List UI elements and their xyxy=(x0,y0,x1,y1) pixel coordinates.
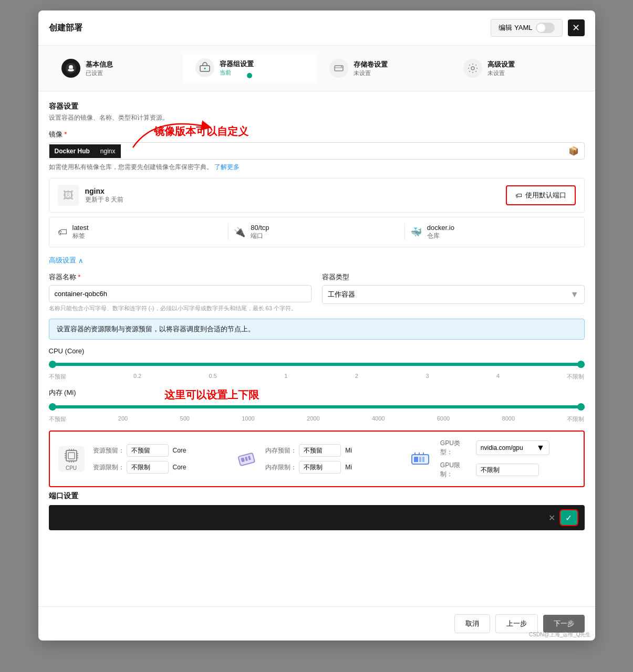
cpu-limit-label: 资源限制： xyxy=(93,463,122,472)
resource-box: CPU 资源预留： Core 资源限制： Core xyxy=(49,430,585,487)
step-advanced-icon xyxy=(463,59,482,78)
yaml-button[interactable]: 编辑 YAML xyxy=(491,19,562,37)
step-active-dot xyxy=(247,73,252,78)
use-default-port-button[interactable]: 🏷 使用默认端口 xyxy=(506,185,576,205)
steps-bar: 基本信息 已设置 容器组设置 当前 存储卷设置 xyxy=(38,46,595,91)
port-confirm-button[interactable]: ✓ xyxy=(561,510,577,525)
svg-point-5 xyxy=(341,66,342,67)
chevron-up-icon: ∧ xyxy=(78,257,84,265)
modal-header: 创建部署 编辑 YAML ✕ xyxy=(38,10,595,46)
memory-slider-marks: 不预留 200 500 1000 2000 4000 6000 8000 不限制 xyxy=(49,415,585,423)
gpu-type-select[interactable]: nvidia.com/gpu ▼ xyxy=(476,440,549,455)
cpu-reserve-row: 资源预留： Core xyxy=(93,444,228,457)
hint-text: 如需使用私有镜像仓库，您需要先创建镜像仓库保密字典。 了解更多 xyxy=(49,163,585,172)
svg-rect-8 xyxy=(68,453,75,459)
step-advanced-status: 未设置 xyxy=(487,69,515,77)
step-storage-info: 存储卷设置 未设置 xyxy=(354,60,388,77)
yaml-button-label: 编辑 YAML xyxy=(499,23,532,33)
gpu-type-value: nvidia.com/gpu xyxy=(481,444,536,452)
port-bar-icons: ✕ ✓ xyxy=(548,510,577,525)
cpu-reserve-label: 资源预留： xyxy=(93,446,122,455)
hint-link[interactable]: 了解更多 xyxy=(214,163,240,171)
step-basic-info: 基本信息 已设置 xyxy=(86,60,113,77)
container-type-value: 工作容器 xyxy=(328,290,570,299)
step-advanced[interactable]: 高级设置 未设置 xyxy=(451,54,585,82)
info-divider-1 xyxy=(228,224,229,240)
cpu-slider-left-thumb[interactable] xyxy=(49,361,56,368)
port-item: 🔌 80/tcp 端口 xyxy=(234,224,399,240)
modal-content: 容器设置 设置容器的镜像、名称、类型和计算资源。 镜像 * Docker Hub… xyxy=(38,91,595,606)
svg-rect-26 xyxy=(414,457,418,462)
cpu-slider-section: CPU (Core) 不预留 0.2 0.5 1 2 3 4 不限制 xyxy=(49,347,585,381)
nginx-updated: 更新于 8 天前 xyxy=(85,195,123,204)
info-divider-2 xyxy=(404,224,405,240)
memory-slider-left-thumb[interactable] xyxy=(49,403,56,411)
step-container-icon xyxy=(195,58,214,77)
image-field-label: 镜像 * xyxy=(49,130,585,139)
step-basic[interactable]: 基本信息 已设置 xyxy=(49,54,183,82)
container-type-select[interactable]: 工作容器 ▼ xyxy=(322,285,585,304)
cpu-slider-right-thumb[interactable] xyxy=(577,361,585,368)
port-value: 80/tcp xyxy=(251,224,269,232)
gpu-limit-row: GPU限制： xyxy=(440,461,575,479)
cpu-reserve-input[interactable] xyxy=(127,444,169,457)
cpu-limit-unit: Core xyxy=(173,464,186,471)
gpu-chevron-icon: ▼ xyxy=(536,443,545,453)
resource-hint-banner: 设置容器的资源限制与资源预留，以将容器调度到合适的节点上。 xyxy=(49,319,585,340)
cpu-slider-wrap[interactable] xyxy=(49,359,585,370)
nginx-card: 🖼 nginx 更新于 8 天前 🏷 使用默认端口 xyxy=(49,178,585,213)
memory-reserve-input[interactable] xyxy=(299,444,341,457)
memory-label: 内存 (Mi) xyxy=(49,388,585,397)
tag-item: 🏷 latest 标签 xyxy=(58,224,223,240)
yaml-toggle[interactable] xyxy=(536,23,555,33)
step-container-name: 容器组设置 xyxy=(220,59,254,69)
port-section-title: 端口设置 xyxy=(49,491,585,501)
memory-reserve-unit: Mi xyxy=(345,447,352,454)
memory-limit-label: 内存限制： xyxy=(265,463,295,472)
nginx-card-left: 🖼 nginx 更新于 8 天前 xyxy=(58,185,123,206)
prev-button[interactable]: 上一步 xyxy=(495,614,538,633)
cpu-label: CPU (Core) xyxy=(49,347,585,355)
image-icon-btn[interactable]: 📦 xyxy=(563,143,584,159)
port-close-icon[interactable]: ✕ xyxy=(548,513,555,523)
cancel-button[interactable]: 取消 xyxy=(454,614,490,633)
cpu-resource-fields: 资源预留： Core 资源限制： Core xyxy=(93,444,228,474)
cpu-limit-row: 资源限制： Core xyxy=(93,461,228,474)
header-right: 编辑 YAML ✕ xyxy=(491,19,584,37)
registry-type: 仓库 xyxy=(427,232,454,240)
memory-icon xyxy=(237,449,256,468)
cpu-icon xyxy=(63,447,80,464)
container-type-label: 容器类型 xyxy=(322,272,585,282)
gpu-limit-label: GPU限制： xyxy=(440,461,472,479)
step-container[interactable]: 容器组设置 当前 xyxy=(183,54,317,82)
watermark: CSDN@上海_运维_Q先生 xyxy=(529,631,590,638)
image-text-input[interactable] xyxy=(121,144,563,158)
step-storage-icon xyxy=(329,59,348,78)
svg-rect-7 xyxy=(66,450,77,461)
memory-limit-input[interactable] xyxy=(299,461,341,474)
modal-footer: 取消 上一步 下一步 xyxy=(38,606,595,640)
gpu-limit-input[interactable] xyxy=(476,464,539,476)
registry-icon: 🐳 xyxy=(410,226,422,238)
memory-slider-wrap[interactable] xyxy=(49,402,585,412)
advanced-toggle[interactable]: 高级设置 ∧ xyxy=(49,256,585,265)
svg-point-2 xyxy=(204,68,205,69)
nginx-placeholder-icon: 🖼 xyxy=(58,185,79,206)
nginx-info: nginx 更新于 8 天前 xyxy=(85,187,123,204)
gpu-fields: GPU类型： nvidia.com/gpu ▼ GPU限制： xyxy=(440,439,575,479)
next-button[interactable]: 下一步 xyxy=(543,615,585,633)
cpu-limit-input[interactable] xyxy=(127,461,169,474)
memory-slider-bg xyxy=(49,405,585,408)
container-type-field: 容器类型 工作容器 ▼ xyxy=(322,272,585,312)
port-icon-info: 🔌 xyxy=(234,226,245,238)
close-button[interactable]: ✕ xyxy=(568,19,585,36)
gpu-type-row: GPU类型： nvidia.com/gpu ▼ xyxy=(440,439,575,457)
step-storage[interactable]: 存储卷设置 未设置 xyxy=(317,54,451,82)
registry-value: docker.io xyxy=(427,224,454,232)
container-settings-title: 容器设置 xyxy=(49,102,585,111)
image-info-row: 🏷 latest 标签 🔌 80/tcp 端口 🐳 xyxy=(49,217,585,247)
memory-slider-right-thumb[interactable] xyxy=(577,403,585,411)
gpu-type-label: GPU类型： xyxy=(440,439,472,457)
container-name-input[interactable] xyxy=(49,285,312,302)
memory-resource-fields: 内存预留： Mi 内存限制： Mi xyxy=(265,444,400,474)
